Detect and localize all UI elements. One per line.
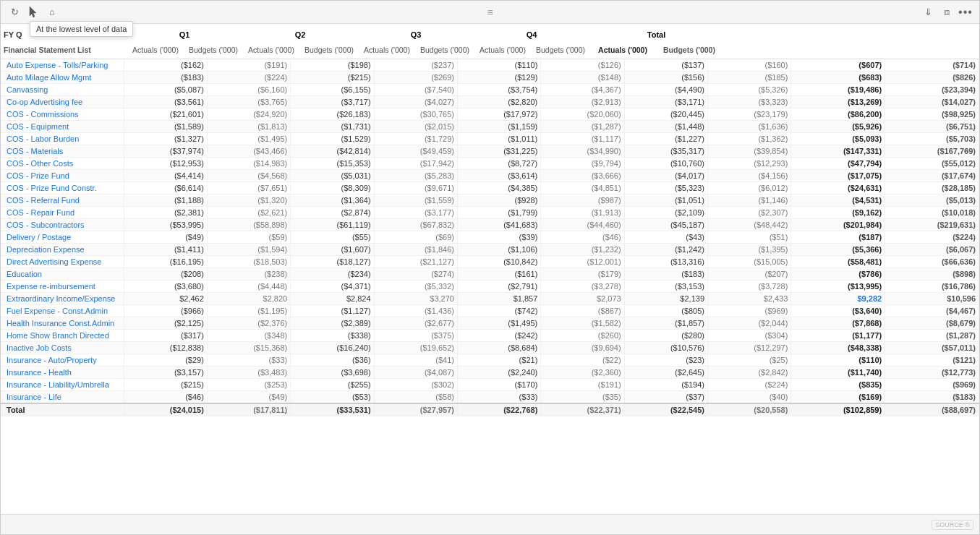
- q1-budgets: ($3,765): [207, 96, 290, 108]
- q2-actuals: ($15,353): [291, 158, 374, 170]
- total-actuals: ($58,481): [791, 256, 885, 268]
- total-actuals: ($786): [791, 268, 885, 281]
- q3-budgets: ($1,287): [541, 121, 624, 133]
- table-row[interactable]: COS - Commissions ($21,601) ($24,920) ($…: [1, 108, 979, 121]
- q3-actuals: ($33): [457, 391, 540, 404]
- download-button[interactable]: ⇓: [920, 4, 936, 20]
- q1-budgets: ($1,195): [207, 305, 290, 317]
- q2-actuals: ($1,127): [291, 305, 374, 317]
- grand-total-budgets: ($88,697): [885, 403, 979, 416]
- table-row[interactable]: Expense re-imbursement ($3,680) ($4,448)…: [1, 281, 979, 293]
- table-row[interactable]: Inactive Job Costs ($12,838) ($15,368) (…: [1, 342, 979, 354]
- total-actuals: ($13,995): [791, 281, 885, 293]
- table-row[interactable]: COS - Prize Fund ($4,414) ($4,568) ($5,0…: [1, 170, 979, 182]
- home-button[interactable]: ⌂: [44, 4, 60, 20]
- table-row[interactable]: Insurance - Life ($46) ($49) ($53) ($58)…: [1, 391, 979, 404]
- row-name: Direct Advertising Expense: [1, 256, 124, 268]
- total-actuals: ($3,640): [791, 305, 885, 317]
- expand-button[interactable]: ⧈: [939, 4, 955, 20]
- q1-actuals: ($49): [124, 231, 207, 244]
- table-row[interactable]: Delivery / Postage ($49) ($59) ($55) ($6…: [1, 231, 979, 244]
- q4-actuals: ($13,316): [624, 256, 707, 268]
- q4-actuals: ($20,445): [624, 108, 707, 121]
- table-row[interactable]: Home Show Branch Directed ($317) ($348) …: [1, 330, 979, 342]
- q2-header: Q2: [242, 30, 358, 39]
- q3-budgets: ($148): [541, 72, 624, 84]
- total-budgets: ($1,287): [885, 330, 979, 342]
- q4-budgets: ($25): [708, 354, 791, 367]
- q1-actuals: ($208): [124, 268, 207, 281]
- scroll-down-button[interactable]: ⌄: [959, 164, 975, 180]
- total-actuals: ($835): [791, 379, 885, 391]
- q3-budgets: ($46): [541, 231, 624, 244]
- q2-budgets: ($1,729): [374, 133, 457, 145]
- q1-budgets: ($238): [207, 268, 290, 281]
- total-actuals: ($11,740): [791, 367, 885, 379]
- scroll-up-button[interactable]: ⌃: [959, 145, 975, 161]
- table-row[interactable]: Extraordinary Income/Expense $2,462 $2,8…: [1, 293, 979, 305]
- q2-actuals: ($55): [291, 231, 374, 244]
- q2-actuals: ($16,240): [291, 342, 374, 354]
- table-row[interactable]: Health Insurance Const.Admin ($2,125) ($…: [1, 317, 979, 330]
- source-badge: SOURCE ®: [932, 520, 973, 530]
- q3-actuals: ($4,385): [457, 182, 540, 194]
- table-row[interactable]: COS - Labor Burden ($1,327) ($1,495) ($1…: [1, 133, 979, 145]
- table-row[interactable]: Education ($208) ($238) ($234) ($274) ($…: [1, 268, 979, 281]
- table-row[interactable]: Auto Milage Allow Mgmt ($183) ($224) ($2…: [1, 72, 979, 84]
- q4-header: Q4: [474, 30, 589, 39]
- total-budgets: ($98,925): [885, 108, 979, 121]
- q4-actuals: ($3,171): [624, 96, 707, 108]
- table-row[interactable]: COS - Prize Fund Constr. ($6,614) ($7,65…: [1, 182, 979, 194]
- table-row[interactable]: COS - Other Costs ($12,953) ($14,983) ($…: [1, 158, 979, 170]
- q3-budgets: ($4,851): [541, 182, 624, 194]
- back-button[interactable]: ↻: [7, 4, 22, 20]
- q2-actuals: $2,824: [291, 293, 374, 305]
- table-row[interactable]: COS - Materials ($37,974) ($43,466) ($42…: [1, 145, 979, 158]
- q3-actuals: ($242): [457, 330, 540, 342]
- table-row[interactable]: Depreciation Expense ($1,411) ($1,594) (…: [1, 244, 979, 256]
- table-row[interactable]: Insurance - Health ($3,157) ($3,483) ($3…: [1, 367, 979, 379]
- total-actuals: ($187): [791, 231, 885, 244]
- row-name: Home Show Branch Directed: [1, 330, 124, 342]
- tooltip: At the lowest level of data: [30, 21, 133, 37]
- table-row[interactable]: COS - Referral Fund ($1,188) ($1,320) ($…: [1, 194, 979, 207]
- q4-actuals: ($10,576): [624, 342, 707, 354]
- table-row[interactable]: COS - Equipment ($1,589) ($1,813) ($1,73…: [1, 121, 979, 133]
- total-q2-budgets: ($27,957): [374, 403, 457, 416]
- q2-actuals: ($198): [291, 59, 374, 72]
- q2-actuals: ($1,364): [291, 194, 374, 207]
- total-actuals: ($4,531): [791, 194, 885, 207]
- row-name: Insurance - Health: [1, 367, 124, 379]
- total-budgets: ($224): [885, 231, 979, 244]
- total-budgets: ($12,773): [885, 367, 979, 379]
- table-row[interactable]: COS - Repair Fund ($2,381) ($2,621) ($2,…: [1, 207, 979, 219]
- q3-budgets: ($22): [541, 354, 624, 367]
- row-name: Canvassing: [1, 84, 124, 96]
- table-row[interactable]: Fuel Expense - Const.Admin ($966) ($1,19…: [1, 305, 979, 317]
- table-row[interactable]: Direct Advertising Expense ($16,195) ($1…: [1, 256, 979, 268]
- table-row[interactable]: COS - Subcontractors ($53,995) ($58,898)…: [1, 219, 979, 231]
- row-name: Health Insurance Const.Admin: [1, 317, 124, 330]
- cursor-button[interactable]: [25, 4, 41, 20]
- table-row[interactable]: Insurance - Liability/Umbrella ($215) ($…: [1, 379, 979, 391]
- total-actuals: ($201,984): [791, 219, 885, 231]
- q2-budgets: ($1,436): [374, 305, 457, 317]
- q4-actuals: ($3,153): [624, 281, 707, 293]
- more-button[interactable]: •••: [958, 4, 973, 20]
- table-row[interactable]: Co-op Advertising fee ($3,561) ($3,765) …: [1, 96, 979, 108]
- q3-actuals: ($1,106): [457, 244, 540, 256]
- q2-budgets: ($17,942): [374, 158, 457, 170]
- table-row[interactable]: Canvassing ($5,087) ($6,160) ($6,155) ($…: [1, 84, 979, 96]
- table-row[interactable]: Insurance - Auto/Property ($29) ($33) ($…: [1, 354, 979, 367]
- row-name: COS - Other Costs: [1, 158, 124, 170]
- q2-actuals: ($42,814): [291, 145, 374, 158]
- top-bar: ↻ ⌂ ≡ ⇓ ⧈ •••: [1, 1, 979, 24]
- q1-actuals: ($37,974): [124, 145, 207, 158]
- q2-budgets: ($5,283): [374, 170, 457, 182]
- q3-actuals: ($110): [457, 59, 540, 72]
- table-row[interactable]: Auto Expense - Tolls/Parking ($162) ($19…: [1, 59, 979, 72]
- q2-budgets: ($49,459): [374, 145, 457, 158]
- q4-actuals: ($137): [624, 59, 707, 72]
- q4-actuals: ($280): [624, 330, 707, 342]
- total-actuals: ($5,926): [791, 121, 885, 133]
